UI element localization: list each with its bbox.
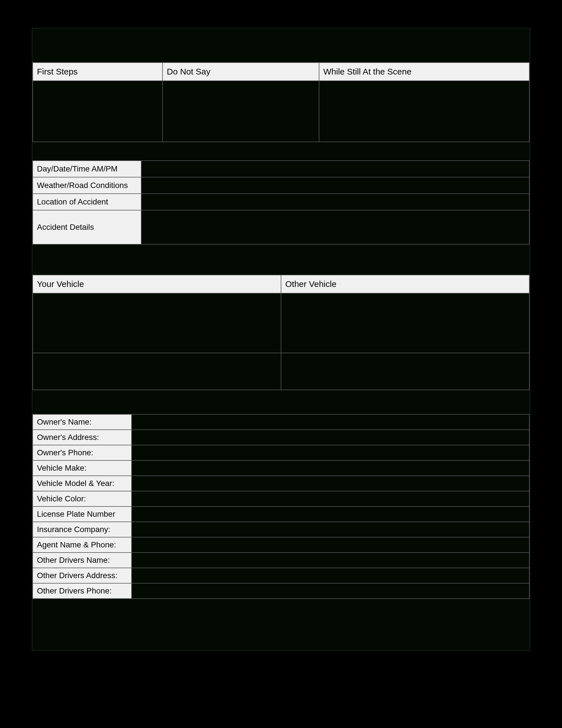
vehicle-color-input[interactable] [132, 491, 529, 506]
day-date-time-label: Day/Date/Time AM/PM [33, 161, 141, 177]
weather-label: Weather/Road Conditions [33, 177, 141, 194]
instructions-table: First Steps Do Not Say While Still At th… [32, 62, 530, 142]
first-steps-item: Call police/EMT [54, 124, 159, 133]
license-plate-label: License Plate Number [33, 506, 132, 522]
do-not-say-item: It's OK, I have full coverage [184, 105, 316, 114]
damage-section: Damage Descriptions Your Vehicle Other V… [32, 264, 530, 390]
owner-phone-label: Owner's Phone: [33, 445, 132, 460]
at-scene-item: Take Pictures [340, 95, 526, 104]
agent-name-label: Agent Name & Phone: [33, 537, 132, 553]
subheader: When an accident occurs: [32, 53, 530, 62]
first-steps-item: Remain calm [54, 86, 159, 95]
damage-title: Damage Descriptions [32, 264, 530, 274]
owner-name-input[interactable] [132, 414, 529, 430]
accident-details-table: Day/Date/Time AM/PM Weather/Road Conditi… [32, 160, 530, 245]
your-vehicle-header: Your Vehicle [33, 275, 281, 293]
license-plate-input[interactable] [132, 506, 529, 522]
first-steps-item: Administer First Aid [54, 115, 159, 124]
header-row: Auto Accident Report Form Keep In Your G… [32, 28, 530, 51]
other-driver-title: Other Driver/Vehicle Information [32, 404, 530, 413]
other-driver-table: Owner's Name: Owner's Address: Owner's P… [32, 414, 530, 599]
at-scene-item: Get as much information as possible on t… [340, 86, 526, 95]
reminder-text: Keep In Your Glove Box [423, 40, 530, 50]
at-scene-header: While Still At the Scene [319, 63, 529, 81]
other-towing-label[interactable]: Towing Company Name & Phone: [281, 353, 529, 390]
accident-details-label: Accident Details [33, 210, 141, 244]
accident-details-input[interactable] [141, 210, 529, 244]
other-vehicle-damage-input[interactable] [281, 293, 529, 353]
first-steps-item: Get to a safe place [54, 95, 159, 104]
vehicle-color-label: Vehicle Color: [33, 491, 132, 506]
accident-details-section: Accident Details Day/Date/Time AM/PM Wea… [32, 150, 530, 245]
at-scene-cell: Get as much information as possible on t… [319, 81, 529, 142]
owner-address-label: Owner's Address: [33, 430, 132, 445]
location-label: Location of Accident [33, 194, 141, 210]
other-driver-section: Other Driver/Vehicle Information Owner's… [32, 404, 530, 599]
agent-name-input[interactable] [132, 537, 529, 553]
first-steps-header: First Steps [33, 63, 163, 81]
vehicle-make-label: Vehicle Make: [33, 460, 132, 476]
other-driver-phone-label: Other Drivers Phone: [33, 583, 132, 599]
other-driver-name-input[interactable] [132, 553, 529, 568]
other-vehicle-header: Other Vehicle [281, 275, 529, 293]
other-driver-address-label: Other Drivers Address: [33, 568, 132, 583]
other-driver-phone-input[interactable] [132, 583, 529, 599]
owner-name-label: Owner's Name: [33, 414, 132, 430]
vehicle-make-input[interactable] [132, 460, 529, 476]
do-not-say-header: Do Not Say [163, 63, 319, 81]
do-not-say-item: My insurance will pay for everything [184, 95, 316, 104]
owner-address-input[interactable] [132, 430, 529, 445]
vehicle-model-input[interactable] [132, 476, 529, 491]
first-steps-cell: Remain calm Get to a safe place Check fo… [33, 81, 163, 142]
first-steps-item: Check for injuries [54, 105, 159, 114]
other-driver-address-input[interactable] [132, 568, 529, 583]
accident-details-title: Accident Details [32, 150, 530, 159]
day-date-time-input[interactable] [141, 161, 529, 177]
do-not-say-cell: It's all my fault, (even if it is) My in… [163, 81, 319, 142]
page-title: Auto Accident Report Form [32, 32, 247, 51]
your-towing-label[interactable]: Towing Company Name & Phone: [33, 353, 281, 390]
do-not-say-item: It's all my fault, (even if it is) [184, 86, 316, 95]
your-vehicle-damage-input[interactable] [33, 293, 281, 353]
location-input[interactable] [141, 194, 529, 210]
damage-table: Your Vehicle Other Vehicle Towing Compan… [32, 275, 530, 390]
at-scene-item: When the police come, cooperate and tell… [340, 105, 526, 123]
insurance-company-input[interactable] [132, 522, 529, 537]
vehicle-model-label: Vehicle Model & Year: [33, 476, 132, 491]
weather-input[interactable] [141, 177, 529, 194]
owner-phone-input[interactable] [132, 445, 529, 460]
page-container: Auto Accident Report Form Keep In Your G… [32, 28, 530, 651]
insurance-company-label: Insurance Company: [33, 522, 132, 537]
other-driver-name-label: Other Drivers Name: [33, 553, 132, 568]
